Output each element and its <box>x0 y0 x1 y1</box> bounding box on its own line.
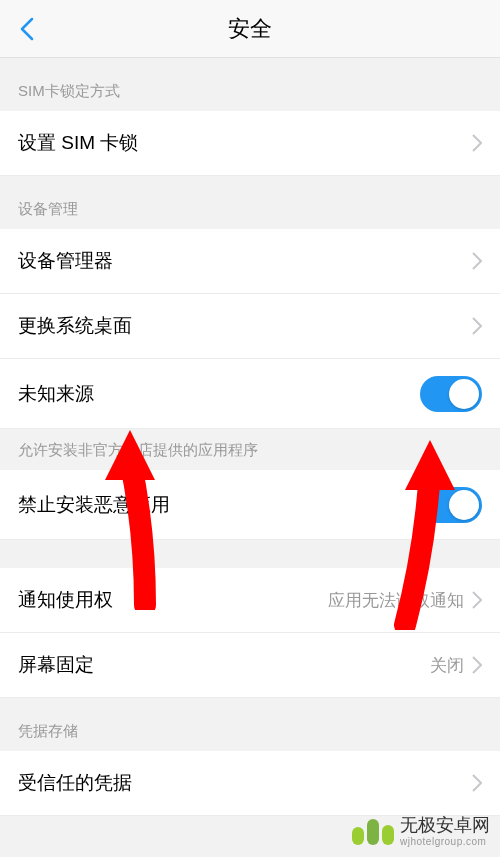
row-sim-lock[interactable]: 设置 SIM 卡锁 <box>0 111 500 176</box>
row-label: 更换系统桌面 <box>18 313 132 339</box>
row-unknown-sources: 未知来源 <box>0 359 500 429</box>
row-change-launcher[interactable]: 更换系统桌面 <box>0 294 500 359</box>
row-value: 关闭 <box>430 654 464 677</box>
toggle-unknown-sources[interactable] <box>420 376 482 412</box>
chevron-right-icon <box>472 591 482 609</box>
watermark-url: wjhotelgroup.com <box>400 836 490 847</box>
chevron-right-icon <box>472 774 482 792</box>
spacer <box>0 540 500 568</box>
row-label: 受信任的凭据 <box>18 770 132 796</box>
page-title: 安全 <box>228 14 272 44</box>
hint-unknown-sources: 允许安装非官方商店提供的应用程序 <box>0 429 500 470</box>
row-block-malware: 禁止安装恶意应用 <box>0 470 500 540</box>
row-label: 通知使用权 <box>18 587 113 613</box>
row-label: 未知来源 <box>18 381 94 407</box>
row-screen-pinning[interactable]: 屏幕固定 关闭 <box>0 633 500 698</box>
header: 安全 <box>0 0 500 58</box>
row-label: 设备管理器 <box>18 248 113 274</box>
watermark: 无极安卓网 wjhotelgroup.com <box>352 816 490 847</box>
row-notification-access[interactable]: 通知使用权 应用无法读取通知 <box>0 568 500 633</box>
chevron-right-icon <box>472 252 482 270</box>
section-label-device: 设备管理 <box>0 176 500 229</box>
watermark-icon <box>352 819 394 845</box>
row-value: 应用无法读取通知 <box>328 589 464 612</box>
row-label: 禁止安装恶意应用 <box>18 492 170 518</box>
chevron-right-icon <box>472 656 482 674</box>
row-label: 屏幕固定 <box>18 652 94 678</box>
chevron-right-icon <box>472 317 482 335</box>
section-label-sim: SIM卡锁定方式 <box>0 58 500 111</box>
row-device-manager[interactable]: 设备管理器 <box>0 229 500 294</box>
watermark-text: 无极安卓网 <box>400 816 490 836</box>
chevron-right-icon <box>472 134 482 152</box>
row-label: 设置 SIM 卡锁 <box>18 130 138 156</box>
toggle-block-malware[interactable] <box>420 487 482 523</box>
row-trusted-credentials[interactable]: 受信任的凭据 <box>0 751 500 816</box>
section-label-credentials: 凭据存储 <box>0 698 500 751</box>
chevron-left-icon <box>20 17 34 41</box>
back-button[interactable] <box>12 14 42 44</box>
